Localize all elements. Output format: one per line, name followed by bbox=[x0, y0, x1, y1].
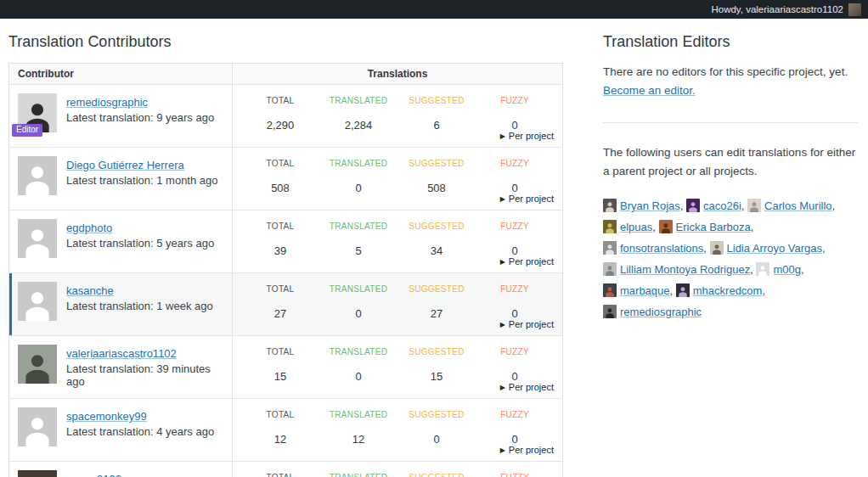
howdy-menu[interactable]: Howdy, valeriaariascastro1102 bbox=[711, 3, 861, 16]
table-row: egdphoto Latest translation: 5 years ago… bbox=[9, 210, 562, 272]
per-project-label: Per project bbox=[509, 445, 554, 455]
latest-translation-text: Latest translation: 5 years ago bbox=[66, 237, 214, 250]
per-project-label: Per project bbox=[509, 382, 554, 392]
contributor-username-link[interactable]: valeriaariascastro1102 bbox=[66, 347, 177, 360]
contributor-username-link[interactable]: kasanche bbox=[66, 284, 114, 297]
divider bbox=[603, 122, 858, 123]
latest-translation-text: Latest translation: 1 month ago bbox=[66, 174, 218, 187]
per-project-toggle[interactable]: ▶ Per project bbox=[500, 194, 554, 204]
stat-label-suggested: SUGGESTED bbox=[397, 410, 476, 419]
table-row: valeriaariascastro1102 Latest translatio… bbox=[9, 335, 562, 398]
stat-label-total: TOTAL bbox=[241, 347, 319, 356]
translation-stats: TOTAL TRANSLATED SUGGESTED FUZZY 508 0 5… bbox=[241, 159, 554, 194]
stat-label-suggested: SUGGESTED bbox=[397, 347, 476, 356]
separator: , bbox=[741, 199, 747, 212]
separator: , bbox=[832, 199, 836, 212]
contributor-avatar bbox=[18, 470, 57, 477]
separator: , bbox=[801, 263, 804, 276]
stat-value-total: 508 bbox=[241, 182, 319, 194]
triangle-right-icon: ▶ bbox=[500, 132, 505, 140]
avatar bbox=[659, 220, 673, 233]
editor-item: mhackredcom, bbox=[676, 284, 765, 297]
stat-label-fuzzy: FUZZY bbox=[476, 410, 554, 419]
editor-item: marbaque, bbox=[603, 284, 676, 297]
editor-link[interactable]: Bryan Rojas bbox=[620, 199, 680, 212]
separator: , bbox=[680, 199, 686, 212]
stat-value-fuzzy: 0 bbox=[476, 307, 554, 320]
no-editors-paragraph: There are no editors for this specific p… bbox=[603, 63, 858, 99]
contributor-username-link[interactable]: remediosgraphic bbox=[66, 96, 148, 109]
avatar bbox=[686, 199, 700, 212]
translation-stats: TOTAL TRANSLATED SUGGESTED FUZZY 39 5 34… bbox=[241, 222, 554, 257]
stat-value-suggested: 34 bbox=[397, 244, 476, 257]
avatar bbox=[756, 262, 769, 276]
contributor-avatar bbox=[18, 219, 57, 258]
per-project-toggle[interactable]: ▶ Per project bbox=[500, 131, 554, 141]
triangle-right-icon: ▶ bbox=[500, 384, 505, 391]
editor-link[interactable]: Lilliam Montoya Rodriguez bbox=[620, 263, 750, 276]
editor-link[interactable]: elpuas bbox=[620, 221, 652, 233]
stat-label-translated: TRANSLATED bbox=[319, 410, 397, 419]
stat-label-translated: TRANSLATED bbox=[319, 284, 397, 294]
editor-item: fonsotranslations, bbox=[603, 242, 710, 255]
stat-label-suggested: SUGGESTED bbox=[397, 473, 476, 477]
stat-label-fuzzy: FUZZY bbox=[476, 284, 554, 294]
editor-link[interactable]: mhackredcom bbox=[693, 284, 763, 297]
editors-list: Bryan Rojas, caco26i, Carlos Murillo, el… bbox=[603, 195, 858, 323]
editor-link[interactable]: Carlos Murillo bbox=[764, 199, 831, 212]
stat-value-translated: 2,284 bbox=[319, 119, 397, 132]
stat-label-total: TOTAL bbox=[241, 284, 319, 294]
table-row: marco2193 TOTAL TRANSLATED SUGGESTED FUZ… bbox=[9, 461, 562, 477]
stat-label-total: TOTAL bbox=[241, 96, 319, 105]
contributor-avatar: Editor bbox=[18, 93, 57, 132]
editor-link[interactable]: fonsotranslations bbox=[620, 242, 703, 255]
admin-bar: Howdy, valeriaariascastro1102 bbox=[0, 0, 868, 19]
editor-link[interactable]: m00g bbox=[773, 263, 801, 276]
translation-stats: TOTAL TRANSLATED SUGGESTED FUZZY bbox=[241, 473, 554, 477]
editor-link[interactable]: caco26i bbox=[703, 199, 741, 212]
page-title: Translation Contributors bbox=[8, 33, 563, 51]
editor-badge: Editor bbox=[12, 124, 42, 137]
per-project-toggle[interactable]: ▶ Per project bbox=[500, 382, 554, 392]
contributor-username-link[interactable]: Diego Gutiérrez Herrera bbox=[66, 159, 184, 171]
stat-label-translated: TRANSLATED bbox=[319, 473, 397, 477]
table-header: Contributor Translations bbox=[9, 64, 562, 84]
howdy-text: Howdy, valeriaariascastro1102 bbox=[711, 4, 843, 14]
contributor-avatar bbox=[18, 282, 57, 321]
avatar bbox=[747, 199, 761, 212]
contributors-table: Contributor Translations Editor remedios… bbox=[8, 63, 563, 477]
per-project-toggle[interactable]: ▶ Per project bbox=[500, 256, 554, 267]
avatar bbox=[710, 241, 724, 255]
separator: , bbox=[822, 242, 826, 255]
translation-stats: TOTAL TRANSLATED SUGGESTED FUZZY 15 0 15… bbox=[241, 347, 554, 383]
table-row: Diego Gutiérrez Herrera Latest translati… bbox=[9, 147, 562, 210]
stat-value-fuzzy: 0 bbox=[476, 244, 554, 257]
avatar bbox=[603, 305, 617, 318]
editor-link[interactable]: Ericka Barboza bbox=[676, 221, 751, 233]
editor-item: m00g, bbox=[756, 263, 803, 276]
editor-item: remediosgraphic bbox=[603, 306, 702, 318]
stat-label-suggested: SUGGESTED bbox=[397, 159, 476, 168]
stat-label-fuzzy: FUZZY bbox=[476, 473, 554, 477]
per-project-toggle[interactable]: ▶ Per project bbox=[500, 445, 554, 455]
contributor-username-link[interactable]: marco2193 bbox=[66, 473, 121, 477]
per-project-label: Per project bbox=[509, 256, 554, 267]
editor-link[interactable]: Lidia Arroyo Vargas bbox=[727, 242, 823, 255]
per-project-toggle[interactable]: ▶ Per project bbox=[500, 319, 554, 329]
separator: , bbox=[670, 284, 676, 297]
editor-link[interactable]: remediosgraphic bbox=[620, 306, 702, 318]
contributor-username-link[interactable]: egdphoto bbox=[66, 222, 112, 234]
separator: , bbox=[703, 242, 709, 255]
stat-value-fuzzy: 0 bbox=[476, 370, 554, 383]
translation-stats: TOTAL TRANSLATED SUGGESTED FUZZY 27 0 27… bbox=[241, 284, 554, 320]
stat-label-fuzzy: FUZZY bbox=[476, 347, 554, 356]
avatar bbox=[603, 199, 617, 212]
table-row: Editor remediosgraphic Latest translatio… bbox=[9, 84, 562, 147]
triangle-right-icon: ▶ bbox=[500, 446, 505, 454]
editor-link[interactable]: marbaque bbox=[620, 284, 670, 297]
editors-section: Translation Editors There are no editors… bbox=[603, 19, 858, 477]
contributor-username-link[interactable]: spacemonkey99 bbox=[66, 410, 147, 423]
stat-label-suggested: SUGGESTED bbox=[397, 96, 476, 105]
become-editor-link[interactable]: Become an editor. bbox=[603, 84, 696, 97]
latest-translation-text: Latest translation: 4 years ago bbox=[66, 425, 214, 438]
